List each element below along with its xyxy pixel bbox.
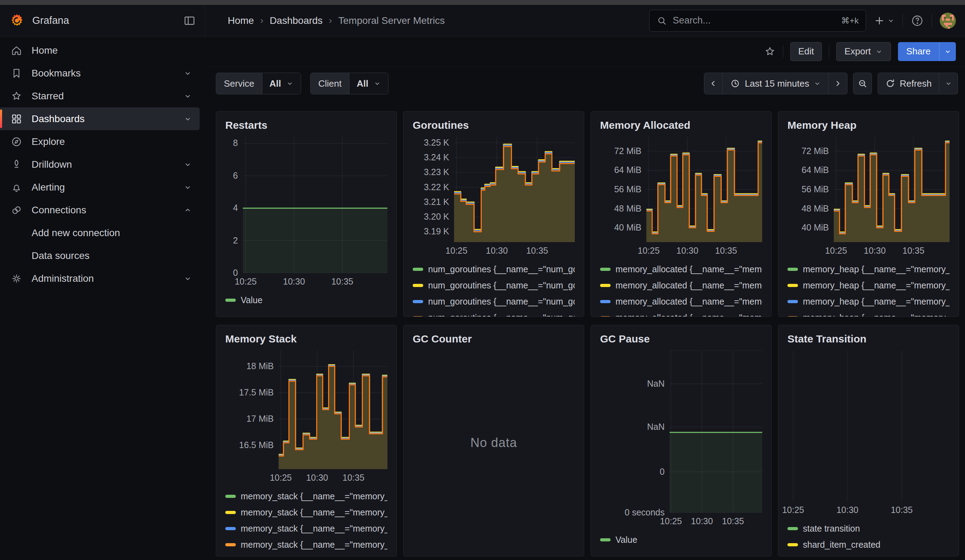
plot-region[interactable] [669,351,762,513]
search-input[interactable]: Search... ⌘+k [649,10,866,31]
legend-item[interactable]: Value [600,532,762,548]
legend-item[interactable]: memory_allocated {__name__="memo [600,261,762,277]
legend-item[interactable]: memory_stack {__name__="memory_s [225,488,388,504]
panel-title[interactable]: Restarts [225,119,388,131]
x-tick-label: 10:30 [864,246,886,256]
sidebar-item-alerting[interactable]: Alerting [0,176,200,199]
sidebar-item-dashboards[interactable]: Dashboards [0,107,200,130]
chevron-down-icon[interactable] [183,274,192,283]
sidebar-item-bookmarks[interactable]: Bookmarks [0,62,200,85]
zoom-out-button[interactable] [853,73,872,95]
chevron-down-icon[interactable] [183,115,192,123]
breadcrumb-item[interactable]: Home [228,15,254,26]
avatar[interactable] [940,13,956,29]
filter-value-dropdown[interactable]: All [262,73,301,94]
legend-item[interactable]: num_goroutines {__name__="num_go [413,293,575,309]
plot-region[interactable] [454,137,575,242]
panel-title[interactable]: Goroutines [413,119,575,131]
gear-icon [10,273,23,284]
plot-region[interactable] [834,137,950,242]
chevron-down-icon[interactable] [183,92,192,100]
export-button[interactable]: Export [836,42,891,61]
sidebar-item-drilldown[interactable]: Drilldown [0,153,200,176]
legend-item[interactable]: num_goroutines {__name__="num_go [413,261,575,277]
legend-item[interactable]: num_goroutines {__name__="num_go [413,309,575,317]
time-forward-button[interactable] [829,73,847,95]
share-menu-button[interactable] [939,42,956,61]
panel-title[interactable]: GC Counter [413,333,575,345]
breadcrumb-item[interactable]: Dashboards [270,15,322,26]
add-new-button[interactable] [874,15,895,26]
legend-item[interactable]: Value [225,292,388,308]
nav-divider [932,14,932,28]
x-tick-label: 10:25 [235,276,257,287]
y-tick-label: 6 [233,171,238,181]
y-tick-label: 72 MiB [801,146,829,156]
plot-region[interactable] [279,351,388,469]
sidebar-item-data-sources[interactable]: Data sources [0,244,200,267]
x-tick-label: 10:30 [283,276,305,287]
grafana-logo-icon[interactable] [9,13,25,28]
filter-value-dropdown[interactable]: All [350,73,388,94]
plus-icon [874,15,885,26]
legend: memory_stack {__name__="memory_smemory_s… [225,486,388,556]
bell-icon [10,181,23,193]
sidebar-item-explore[interactable]: Explore [0,130,200,153]
x-tick-label: 10:35 [526,246,548,256]
plot-region[interactable] [787,351,950,501]
legend-item[interactable]: shard_item_created [787,537,950,553]
legend-item[interactable]: memory_stack {__name__="memory_s [225,504,388,520]
chevron-down-icon [887,17,895,24]
legend-item[interactable]: memory_heap {__name__="memory_h [787,293,950,309]
legend-item[interactable]: memory_allocated {__name__="memo [600,293,762,309]
legend-label: memory_heap {__name__="memory_h [803,313,950,317]
share-button[interactable]: Share [898,42,939,61]
panel-title[interactable]: Memory Allocated [600,119,762,131]
sidebar-item-starred[interactable]: Starred [0,85,200,107]
x-tick-label: 10:30 [691,516,713,526]
help-button[interactable] [911,14,924,28]
legend-label: memory_heap {__name__="memory_h [803,280,950,291]
legend-item[interactable]: memory_heap {__name__="memory_h [787,277,950,293]
sidebar-toggle-icon[interactable] [183,15,196,27]
plot-region[interactable] [646,137,762,242]
sidebar-item-connections[interactable]: Connections [0,199,200,221]
x-tick-label: 10:35 [331,276,353,287]
panel-title[interactable]: Memory Heap [787,119,950,131]
refresh-button[interactable]: Refresh [878,73,939,95]
panel-gc-counter: GC CounterNo data [403,325,584,557]
sidebar-item-add-new-connection[interactable]: Add new connection [0,221,200,244]
refresh-interval-button[interactable] [939,73,958,95]
chevron-down-icon[interactable] [183,183,192,191]
legend-label: state transition [803,524,950,534]
legend-series-color [413,316,423,317]
favorite-star-button[interactable] [764,46,776,57]
legend-item[interactable]: memory_allocated {__name__="memo [600,277,762,293]
x-axis: 10:2510:3010:35 [787,501,950,518]
time-back-button[interactable] [704,73,723,95]
legend-item[interactable]: memory_heap {__name__="memory_h [787,309,950,317]
sidebar-item-label: Alerting [31,182,174,193]
chevron-down-icon[interactable] [183,69,192,78]
chevron-down-icon[interactable] [183,160,192,169]
plot-region[interactable] [243,137,388,273]
legend-item[interactable]: num_goroutines {__name__="num_go [413,277,575,293]
time-range-picker[interactable]: Last 15 minutes [723,73,829,95]
panel-title[interactable]: State Transition [787,333,950,345]
legend-series-color [600,300,610,303]
legend-item[interactable]: memory_heap {__name__="memory_h [787,261,950,277]
active-indicator [0,109,2,128]
chevron-up-icon[interactable] [183,206,192,214]
panel-title[interactable]: GC Pause [600,333,762,345]
sidebar-item-home[interactable]: Home [0,39,200,62]
panel-title[interactable]: Memory Stack [225,333,388,345]
legend-item[interactable]: memory_stack {__name__="memory_s [225,520,388,537]
export-label: Export [844,46,870,57]
y-tick-label: 3.21 K [424,197,449,207]
legend-item[interactable]: memory_stack {__name__="memory_s [225,537,388,553]
sidebar-item-label: Administration [31,273,174,284]
legend-item[interactable]: state transition [787,520,950,537]
legend-item[interactable]: memory_allocated {__name__="memo [600,309,762,317]
edit-button[interactable]: Edit [790,42,822,61]
sidebar-item-administration[interactable]: Administration [0,267,200,290]
